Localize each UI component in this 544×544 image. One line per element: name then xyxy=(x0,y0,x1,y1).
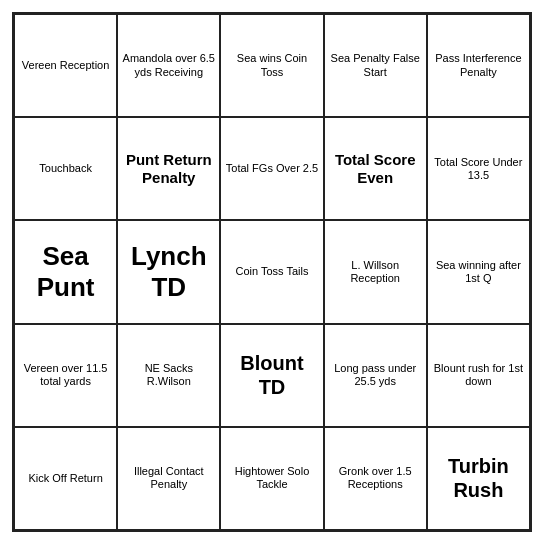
bingo-cell-r1c1[interactable]: Punt Return Penalty xyxy=(117,117,220,220)
bingo-card: Vereen ReceptionAmandola over 6.5 yds Re… xyxy=(12,12,532,532)
bingo-cell-r4c3[interactable]: Gronk over 1.5 Receptions xyxy=(324,427,427,530)
bingo-cell-r1c3[interactable]: Total Score Even xyxy=(324,117,427,220)
bingo-cell-r3c2[interactable]: Blount TD xyxy=(220,324,323,427)
bingo-cell-r2c1[interactable]: Lynch TD xyxy=(117,220,220,323)
bingo-grid: Vereen ReceptionAmandola over 6.5 yds Re… xyxy=(14,14,530,530)
bingo-cell-r0c1[interactable]: Amandola over 6.5 yds Receiving xyxy=(117,14,220,117)
bingo-cell-r0c4[interactable]: Pass Interference Penalty xyxy=(427,14,530,117)
bingo-cell-r1c0[interactable]: Touchback xyxy=(14,117,117,220)
bingo-cell-r2c2[interactable]: Coin Toss Tails xyxy=(220,220,323,323)
bingo-cell-r0c0[interactable]: Vereen Reception xyxy=(14,14,117,117)
bingo-cell-r4c0[interactable]: Kick Off Return xyxy=(14,427,117,530)
bingo-cell-r3c0[interactable]: Vereen over 11.5 total yards xyxy=(14,324,117,427)
bingo-cell-r1c2[interactable]: Total FGs Over 2.5 xyxy=(220,117,323,220)
bingo-cell-r0c2[interactable]: Sea wins Coin Toss xyxy=(220,14,323,117)
bingo-cell-r0c3[interactable]: Sea Penalty False Start xyxy=(324,14,427,117)
bingo-cell-r4c4[interactable]: Turbin Rush xyxy=(427,427,530,530)
bingo-cell-r3c1[interactable]: NE Sacks R.Wilson xyxy=(117,324,220,427)
bingo-cell-r1c4[interactable]: Total Score Under 13.5 xyxy=(427,117,530,220)
bingo-cell-r4c2[interactable]: Hightower Solo Tackle xyxy=(220,427,323,530)
bingo-cell-r2c0[interactable]: Sea Punt xyxy=(14,220,117,323)
bingo-cell-r3c3[interactable]: Long pass under 25.5 yds xyxy=(324,324,427,427)
bingo-cell-r3c4[interactable]: Blount rush for 1st down xyxy=(427,324,530,427)
bingo-cell-r4c1[interactable]: Illegal Contact Penalty xyxy=(117,427,220,530)
bingo-cell-r2c4[interactable]: Sea winning after 1st Q xyxy=(427,220,530,323)
bingo-cell-r2c3[interactable]: L. Willson Reception xyxy=(324,220,427,323)
